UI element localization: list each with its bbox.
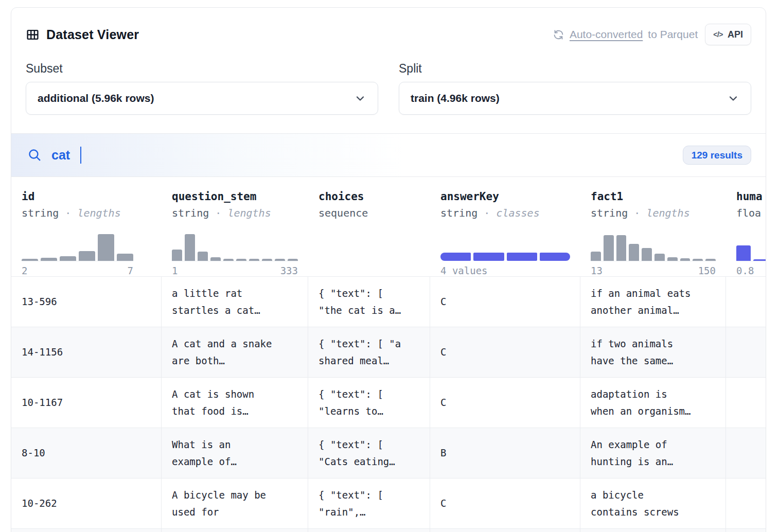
cell-choices: { "text": [ "the cat is a… — [308, 277, 430, 327]
data-table[interactable]: id string · lengths 2 7 question_stem — [11, 177, 766, 532]
cell-value: What is an example of… — [172, 436, 237, 470]
table-row: 8-10 What is an example of… { "text": [ … — [11, 428, 766, 478]
page: Dataset Viewer Auto-converted to Parquet — [0, 0, 779, 532]
cell-value: C — [440, 394, 446, 411]
histogram-range: 0.8 — [736, 261, 766, 276]
column-type: sequence — [318, 207, 368, 219]
column-type: floa — [736, 207, 761, 219]
cell-answer-key: C — [430, 327, 580, 377]
cell-question-stem: A bicycle may be used for — [162, 478, 308, 528]
dot-separator: · — [215, 207, 221, 219]
cell-answer-key: C — [430, 378, 580, 428]
cell-human-score — [726, 428, 766, 478]
column-type: string — [591, 207, 628, 219]
auto-converted-link[interactable]: Auto-converted — [570, 28, 643, 41]
page-title: Dataset Viewer — [46, 27, 139, 42]
table-row: 13-596 a little rat startles a cat… { "t… — [11, 276, 766, 327]
histogram-question-stem — [172, 234, 298, 261]
auto-converted-note: Auto-converted to Parquet — [553, 28, 698, 41]
column-header-question-stem: question_stem string · lengths 1 333 — [162, 177, 308, 276]
column-type-line: string · lengths — [172, 206, 298, 220]
cell-value: { "text": [ "a shared meal… — [318, 335, 401, 369]
column-name: id — [22, 189, 151, 204]
histogram-human-score — [736, 234, 766, 261]
cell-id: 10-262 — [11, 478, 162, 528]
cell-value: A cat is shown that food is… — [172, 386, 254, 420]
split-select[interactable]: train (4.96k rows) — [399, 82, 751, 115]
cell-id: 10-1167 — [11, 378, 162, 428]
cell-value: A bicycle may be used for — [172, 487, 266, 521]
subset-filter: Subset additional (5.96k rows) — [26, 60, 378, 115]
cell-fact1: a bicycle contains screws — [580, 478, 726, 528]
column-subtype: lengths — [77, 207, 120, 219]
cell-value: 14-1156 — [22, 344, 63, 361]
cell-question-stem — [162, 529, 308, 532]
hist-min: 4 values — [440, 265, 488, 276]
api-button[interactable]: </> API — [705, 24, 751, 45]
subset-value: additional (5.96k rows) — [38, 92, 154, 104]
cell-value: An example of hunting is an… — [591, 436, 673, 470]
hist-max: 150 — [698, 265, 716, 276]
hist-max: 333 — [280, 265, 298, 276]
cell-value: if two animals have the same… — [591, 335, 673, 369]
hist-min: 0.8 — [736, 265, 754, 276]
cell-human-score — [726, 327, 766, 377]
cell-value: a bicycle contains screws — [591, 487, 679, 521]
histogram-fact1 — [591, 234, 716, 261]
header-actions: Auto-converted to Parquet </> API — [553, 24, 751, 45]
cell-fact1: if an animal eats another animal… — [580, 277, 726, 327]
column-subtype: lengths — [227, 207, 271, 219]
cell-id: 8-10 — [11, 428, 162, 478]
cell-choices: { "text": [ "rain",… — [308, 478, 430, 528]
cell-value: B — [440, 445, 446, 462]
histogram-empty — [318, 245, 420, 273]
cell-fact1 — [580, 529, 726, 532]
chevron-down-icon — [727, 92, 739, 104]
cell-value: { "text": [ "Cats eating… — [318, 436, 395, 470]
cell-value: 13-596 — [22, 293, 57, 310]
column-header-choices: choices sequence — [308, 177, 430, 276]
cell-value: C — [440, 344, 446, 361]
subset-select[interactable]: additional (5.96k rows) — [26, 82, 378, 115]
column-type: string — [440, 207, 477, 219]
column-type-line: string · lengths — [591, 206, 716, 220]
column-type-line: sequence — [318, 206, 420, 220]
column-type-line: string · classes — [440, 206, 570, 220]
cell-fact1: if two animals have the same… — [580, 327, 726, 377]
split-label: Split — [399, 60, 751, 77]
dataset-viewer-card: Dataset Viewer Auto-converted to Parquet — [11, 7, 766, 532]
histogram-range: 13 150 — [591, 261, 716, 276]
cell-value: if an animal eats another animal… — [591, 285, 691, 319]
cell-id: 14-1156 — [11, 327, 162, 377]
column-type: string — [22, 207, 59, 219]
table-row: 10-262 A bicycle may be used for { "text… — [11, 478, 766, 528]
column-subtype: lengths — [646, 207, 689, 219]
title-wrap: Dataset Viewer — [26, 27, 139, 42]
column-subtype: classes — [496, 207, 539, 219]
cell-choices: { "text": [ "Cats eating… — [308, 428, 430, 478]
cell-question-stem: What is an example of… — [162, 428, 308, 478]
column-name: huma — [736, 189, 766, 204]
chevron-down-icon — [354, 92, 366, 104]
search-input[interactable]: cat — [27, 147, 683, 164]
hist-min: 2 — [22, 265, 27, 276]
text-cursor — [80, 147, 81, 164]
column-type-line: string · lengths — [22, 206, 151, 220]
cell-human-score — [726, 478, 766, 528]
search-bar: cat 129 results — [11, 134, 766, 177]
split-value: train (4.96k rows) — [411, 92, 500, 104]
search-query: cat — [51, 148, 70, 163]
filters-row: Subset additional (5.96k rows) Split tra… — [26, 60, 751, 115]
histogram-range: 2 7 — [22, 261, 133, 276]
code-icon: </> — [713, 30, 723, 39]
cell-value: C — [440, 293, 446, 310]
column-header-human-score: huma floa 0.8 — [726, 177, 766, 276]
cell-choices: { "text": [ "a shared meal… — [308, 327, 430, 377]
card-header: Dataset Viewer Auto-converted to Parquet — [26, 24, 751, 45]
refresh-icon — [553, 29, 564, 41]
dot-separator: · — [65, 207, 71, 219]
cell-value: C — [440, 495, 446, 512]
cell-value: { "text": [ "the cat is a… — [318, 285, 401, 319]
histogram-range: 4 values — [440, 261, 570, 276]
hist-min: 1 — [172, 265, 178, 276]
